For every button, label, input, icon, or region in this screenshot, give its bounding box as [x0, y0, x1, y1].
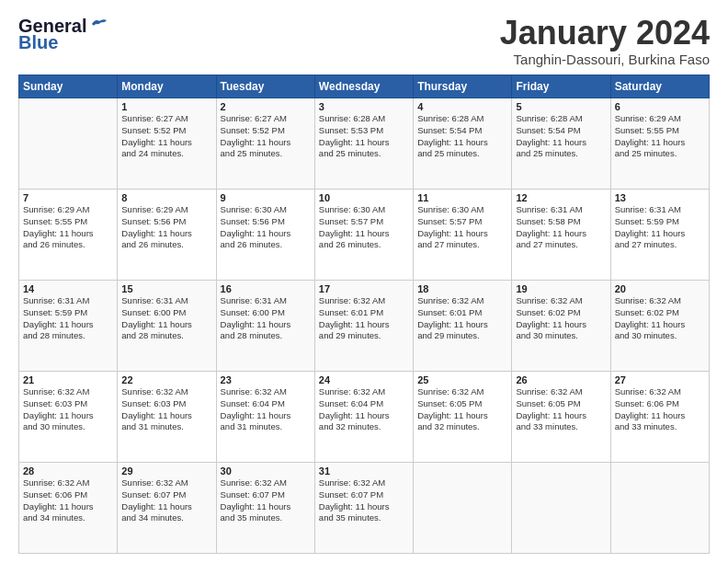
table-cell — [610, 463, 709, 554]
page: General Blue January 2024 Tanghin-Dassou… — [0, 0, 728, 563]
day-info-line: Sunrise: 6:29 AM — [23, 204, 113, 216]
day-number: 28 — [23, 465, 113, 477]
day-info-line: Sunrise: 6:32 AM — [319, 386, 409, 398]
day-info-line: Daylight: 11 hours — [417, 319, 507, 331]
day-info-line: Sunrise: 6:32 AM — [221, 477, 311, 489]
table-cell — [512, 463, 610, 554]
day-number: 26 — [516, 374, 606, 385]
day-info: Sunrise: 6:30 AMSunset: 5:57 PMDaylight:… — [319, 204, 409, 251]
day-info-line: Sunrise: 6:29 AM — [615, 113, 705, 125]
day-info-line: and 27 minutes. — [417, 239, 507, 251]
day-info: Sunrise: 6:32 AMSunset: 6:07 PMDaylight:… — [319, 477, 409, 524]
day-info: Sunrise: 6:28 AMSunset: 5:53 PMDaylight:… — [319, 113, 409, 160]
table-cell: 6Sunrise: 6:29 AMSunset: 5:55 PMDaylight… — [610, 98, 709, 190]
day-info-line: Sunrise: 6:32 AM — [615, 386, 705, 398]
day-info-line: Sunset: 5:54 PM — [417, 125, 507, 137]
day-info-line: Sunset: 6:06 PM — [23, 489, 113, 501]
day-number: 27 — [615, 374, 705, 385]
week-row-3: 14Sunrise: 6:31 AMSunset: 5:59 PMDayligh… — [19, 281, 710, 372]
day-info-line: Sunrise: 6:31 AM — [615, 204, 705, 216]
day-info-line: Sunrise: 6:28 AM — [417, 113, 507, 125]
day-info: Sunrise: 6:29 AMSunset: 5:55 PMDaylight:… — [615, 113, 705, 160]
day-info-line: Daylight: 11 hours — [221, 410, 311, 422]
day-info-line: Daylight: 11 hours — [615, 228, 705, 240]
day-info: Sunrise: 6:32 AMSunset: 6:05 PMDaylight:… — [516, 386, 606, 433]
header-wednesday: Wednesday — [314, 75, 413, 98]
day-number: 18 — [417, 283, 507, 294]
day-info-line: Sunrise: 6:32 AM — [23, 477, 113, 489]
table-cell: 15Sunrise: 6:31 AMSunset: 6:00 PMDayligh… — [118, 281, 216, 372]
day-number: 9 — [221, 192, 311, 203]
day-number: 11 — [417, 192, 507, 203]
day-number: 4 — [417, 101, 507, 112]
header-sunday: Sunday — [19, 75, 118, 98]
day-number: 12 — [516, 192, 606, 203]
day-info: Sunrise: 6:32 AMSunset: 6:03 PMDaylight:… — [121, 386, 211, 433]
day-info-line: Sunset: 6:02 PM — [516, 307, 606, 319]
day-info-line: Daylight: 11 hours — [319, 501, 409, 513]
day-info-line: Sunset: 5:55 PM — [23, 216, 113, 228]
day-info: Sunrise: 6:32 AMSunset: 6:04 PMDaylight:… — [221, 386, 311, 433]
day-info: Sunrise: 6:31 AMSunset: 6:00 PMDaylight:… — [121, 295, 211, 342]
day-info-line: and 34 minutes. — [121, 512, 211, 524]
day-info-line: Sunset: 6:06 PM — [615, 398, 705, 410]
day-info-line: Daylight: 11 hours — [615, 410, 705, 422]
day-info: Sunrise: 6:31 AMSunset: 5:59 PMDaylight:… — [23, 295, 113, 342]
day-info-line: Sunrise: 6:31 AM — [221, 295, 311, 307]
day-number: 30 — [221, 465, 311, 477]
table-cell: 11Sunrise: 6:30 AMSunset: 5:57 PMDayligh… — [414, 190, 512, 281]
day-info: Sunrise: 6:30 AMSunset: 5:56 PMDaylight:… — [221, 204, 311, 251]
day-info-line: and 28 minutes. — [121, 330, 211, 342]
day-info-line: Sunrise: 6:27 AM — [121, 113, 211, 125]
day-number: 6 — [615, 101, 705, 112]
day-info: Sunrise: 6:32 AMSunset: 6:07 PMDaylight:… — [121, 477, 211, 524]
day-info-line: and 28 minutes. — [23, 330, 113, 342]
day-info-line: and 29 minutes. — [417, 330, 507, 342]
day-info-line: Sunset: 6:03 PM — [121, 398, 211, 410]
day-info-line: Daylight: 11 hours — [221, 501, 311, 513]
day-info-line: and 35 minutes. — [221, 512, 311, 524]
day-info-line: Sunrise: 6:31 AM — [23, 295, 113, 307]
day-info-line: Sunset: 6:04 PM — [221, 398, 311, 410]
day-info-line: and 32 minutes. — [417, 421, 507, 433]
day-info: Sunrise: 6:32 AMSunset: 6:03 PMDaylight:… — [23, 386, 113, 433]
day-info-line: and 26 minutes. — [23, 239, 113, 251]
day-info: Sunrise: 6:30 AMSunset: 5:57 PMDaylight:… — [417, 204, 507, 251]
table-cell: 26Sunrise: 6:32 AMSunset: 6:05 PMDayligh… — [512, 372, 610, 463]
logo-blue-text: Blue — [18, 33, 58, 52]
day-info-line: Sunset: 6:01 PM — [319, 307, 409, 319]
day-info: Sunrise: 6:32 AMSunset: 6:01 PMDaylight:… — [417, 295, 507, 342]
day-info: Sunrise: 6:32 AMSunset: 6:05 PMDaylight:… — [417, 386, 507, 433]
day-info-line: Daylight: 11 hours — [615, 319, 705, 331]
table-cell: 1Sunrise: 6:27 AMSunset: 5:52 PMDaylight… — [118, 98, 216, 190]
day-info-line: Sunrise: 6:32 AM — [23, 386, 113, 398]
day-number: 15 — [121, 283, 211, 294]
day-info-line: Daylight: 11 hours — [121, 228, 211, 240]
day-info-line: Daylight: 11 hours — [516, 319, 606, 331]
day-number: 21 — [23, 374, 113, 385]
day-info-line: Daylight: 11 hours — [121, 501, 211, 513]
table-cell: 8Sunrise: 6:29 AMSunset: 5:56 PMDaylight… — [118, 190, 216, 281]
day-info-line: Daylight: 11 hours — [23, 228, 113, 240]
day-info-line: and 26 minutes. — [319, 239, 409, 251]
day-info-line: Daylight: 11 hours — [121, 410, 211, 422]
day-number: 31 — [319, 465, 409, 477]
day-info-line: Daylight: 11 hours — [417, 228, 507, 240]
week-row-2: 7Sunrise: 6:29 AMSunset: 5:55 PMDaylight… — [19, 190, 710, 281]
day-info-line: and 24 minutes. — [121, 148, 211, 160]
day-info-line: and 35 minutes. — [319, 512, 409, 524]
day-info-line: Daylight: 11 hours — [23, 410, 113, 422]
day-info-line: Daylight: 11 hours — [516, 228, 606, 240]
day-info-line: and 31 minutes. — [221, 421, 311, 433]
day-info-line: Sunrise: 6:32 AM — [121, 386, 211, 398]
day-info-line: Sunrise: 6:32 AM — [417, 386, 507, 398]
header-monday: Monday — [118, 75, 216, 98]
table-cell — [414, 463, 512, 554]
header-thursday: Thursday — [414, 75, 512, 98]
day-info-line: and 25 minutes. — [221, 148, 311, 160]
day-info: Sunrise: 6:32 AMSunset: 6:02 PMDaylight:… — [615, 295, 705, 342]
day-info-line: Daylight: 11 hours — [319, 228, 409, 240]
day-info-line: and 25 minutes. — [417, 148, 507, 160]
day-number: 10 — [319, 192, 409, 203]
day-number: 7 — [23, 192, 113, 203]
